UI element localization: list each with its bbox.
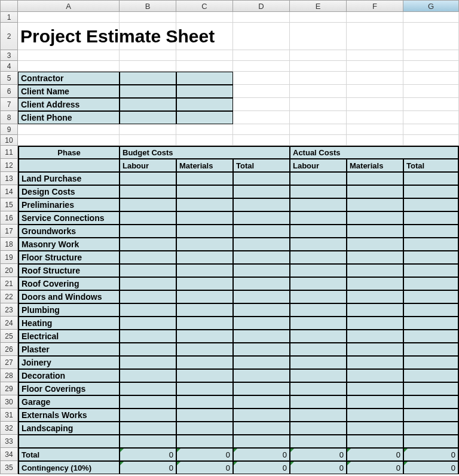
data-cell[interactable] — [120, 185, 176, 198]
data-cell[interactable] — [233, 422, 290, 435]
data-cell[interactable] — [347, 317, 403, 330]
info-label[interactable]: Client Name — [18, 85, 120, 98]
data-cell[interactable] — [233, 303, 290, 317]
row-header-12[interactable]: 12 — [0, 159, 18, 172]
data-cell[interactable] — [347, 330, 403, 343]
data-cell[interactable] — [233, 225, 290, 238]
header-labour[interactable]: Labour — [120, 159, 176, 172]
sheet-title[interactable]: Project Estimate Sheet — [18, 23, 120, 50]
data-cell[interactable] — [176, 382, 233, 395]
row-header-35[interactable]: 35 — [0, 461, 18, 474]
column-header-e[interactable]: E — [290, 0, 347, 12]
phase-name[interactable]: Service Connections — [18, 211, 120, 225]
row-header-21[interactable]: 21 — [0, 277, 18, 290]
cell[interactable] — [290, 135, 347, 146]
data-cell[interactable] — [403, 422, 459, 435]
cell[interactable] — [233, 50, 290, 61]
row-header-25[interactable]: 25 — [0, 330, 18, 343]
phase-name[interactable]: Groundworks — [18, 225, 120, 238]
data-cell[interactable] — [290, 251, 347, 264]
data-cell[interactable] — [233, 172, 290, 185]
phase-name[interactable]: Roof Structure — [18, 264, 120, 277]
data-cell[interactable] — [120, 277, 176, 290]
data-cell[interactable] — [120, 303, 176, 317]
row-header-17[interactable]: 17 — [0, 225, 18, 238]
cell[interactable] — [176, 61, 233, 72]
cell[interactable] — [347, 72, 403, 85]
cell[interactable] — [18, 50, 120, 61]
row-header-15[interactable]: 15 — [0, 198, 18, 211]
phase-name[interactable]: Roof Covering — [18, 277, 120, 290]
cell[interactable] — [290, 61, 347, 72]
cell[interactable] — [120, 50, 176, 61]
data-cell[interactable] — [347, 356, 403, 369]
row-header-27[interactable]: 27 — [0, 356, 18, 369]
data-cell[interactable] — [290, 409, 347, 422]
data-cell[interactable] — [233, 185, 290, 198]
cell[interactable] — [403, 124, 459, 135]
info-value[interactable] — [176, 85, 233, 98]
data-cell[interactable] — [403, 409, 459, 422]
data-cell[interactable] — [403, 185, 459, 198]
phase-name[interactable]: Floor Coverings — [18, 382, 120, 395]
data-cell[interactable] — [233, 409, 290, 422]
data-cell[interactable] — [233, 251, 290, 264]
data-cell[interactable] — [120, 251, 176, 264]
cell[interactable] — [403, 72, 459, 85]
data-cell[interactable] — [347, 422, 403, 435]
data-cell[interactable] — [347, 211, 403, 225]
header-labour[interactable]: Labour — [290, 159, 347, 172]
data-cell[interactable] — [347, 290, 403, 303]
data-cell[interactable] — [290, 211, 347, 225]
info-value[interactable] — [120, 72, 176, 85]
data-cell[interactable] — [233, 277, 290, 290]
data-cell[interactable] — [290, 395, 347, 409]
column-header-g[interactable]: G — [403, 0, 459, 12]
data-cell[interactable] — [403, 356, 459, 369]
cell[interactable] — [347, 12, 403, 23]
data-cell[interactable] — [120, 264, 176, 277]
data-cell[interactable] — [347, 303, 403, 317]
data-cell[interactable] — [233, 369, 290, 382]
cell[interactable] — [347, 124, 403, 135]
cell[interactable] — [233, 98, 290, 111]
row-header-18[interactable]: 18 — [0, 238, 18, 251]
cell[interactable] — [347, 85, 403, 98]
data-cell[interactable] — [290, 422, 347, 435]
data-cell[interactable] — [290, 264, 347, 277]
data-cell[interactable] — [347, 409, 403, 422]
row-header-23[interactable]: 23 — [0, 303, 18, 317]
cell[interactable] — [290, 98, 347, 111]
row-header-19[interactable]: 19 — [0, 251, 18, 264]
row-header-14[interactable]: 14 — [0, 185, 18, 198]
data-cell[interactable] — [403, 211, 459, 225]
header-phase-sub[interactable] — [18, 159, 120, 172]
total-value[interactable]: 0 — [233, 448, 290, 461]
phase-name[interactable]: Garage — [18, 395, 120, 409]
header-budget[interactable]: Budget Costs — [120, 146, 290, 159]
data-cell[interactable] — [290, 225, 347, 238]
data-cell[interactable] — [403, 303, 459, 317]
data-cell[interactable] — [176, 277, 233, 290]
row-header-2[interactable]: 2 — [0, 23, 18, 50]
cell[interactable] — [347, 111, 403, 124]
row-header-5[interactable]: 5 — [0, 72, 18, 85]
row-header-7[interactable]: 7 — [0, 98, 18, 111]
contingency-value[interactable]: 0 — [290, 461, 347, 474]
data-cell[interactable] — [347, 198, 403, 211]
cell[interactable] — [403, 61, 459, 72]
data-cell[interactable] — [403, 369, 459, 382]
data-cell[interactable] — [347, 395, 403, 409]
info-label[interactable]: Client Phone — [18, 111, 120, 124]
data-cell[interactable] — [233, 290, 290, 303]
row-header-13[interactable]: 13 — [0, 172, 18, 185]
total-value[interactable]: 0 — [176, 448, 233, 461]
data-cell[interactable] — [403, 251, 459, 264]
contingency-value[interactable]: 0 — [233, 461, 290, 474]
contingency-value[interactable]: 0 — [347, 461, 403, 474]
cell[interactable] — [403, 12, 459, 23]
data-cell[interactable] — [176, 343, 233, 356]
data-cell[interactable] — [120, 211, 176, 225]
data-cell[interactable] — [290, 185, 347, 198]
cell[interactable] — [290, 50, 347, 61]
